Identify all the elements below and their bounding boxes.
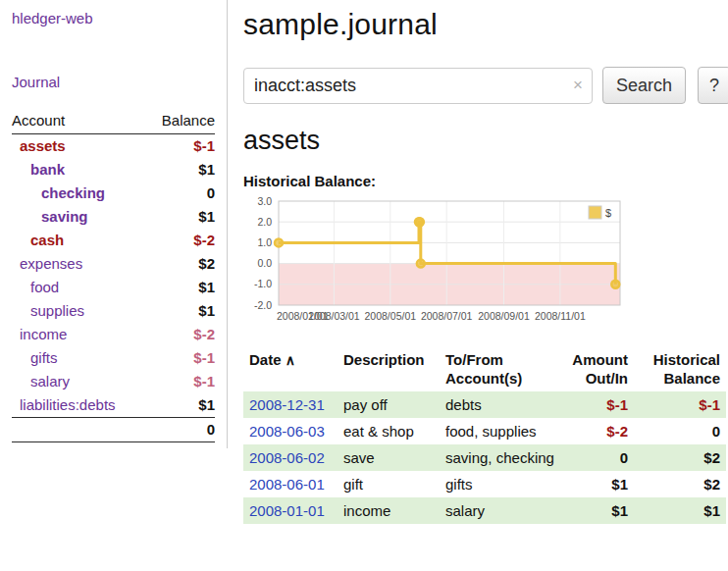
account-row: saving$1	[12, 205, 215, 229]
svg-text:2008/11/01: 2008/11/01	[535, 310, 586, 322]
transaction-balance: $-1	[634, 391, 726, 418]
transaction-amount: $-2	[561, 418, 634, 444]
account-balance: $-2	[146, 229, 215, 252]
transaction-amount: $-1	[561, 391, 634, 418]
accounts-header-row: Account Balance	[12, 110, 215, 134]
svg-text:2008/07/01: 2008/07/01	[421, 310, 473, 322]
svg-text:2.0: 2.0	[257, 216, 272, 228]
help-button[interactable]: ?	[698, 67, 728, 104]
account-balance: 0	[146, 182, 215, 205]
transaction-date-link[interactable]: 2008-06-03	[249, 423, 325, 440]
accounts-total-balance: 0	[146, 418, 215, 442]
transaction-description: pay off	[338, 391, 440, 418]
account-link-salary[interactable]: salary	[12, 373, 70, 389]
accounts-header-balance: Balance	[146, 110, 215, 134]
account-link-bank[interactable]: bank	[12, 161, 65, 178]
account-row: supplies$1	[12, 299, 215, 323]
account-balance: $1	[146, 158, 215, 182]
account-balance: $-1	[146, 370, 215, 393]
account-balance: $-1	[146, 134, 215, 159]
account-row: gifts$-1	[12, 346, 215, 370]
register-row: 2008-12-31pay offdebts$-1$-1	[243, 391, 726, 418]
register-header-amount: Amount Out/In	[561, 348, 634, 391]
account-row: cash$-2	[12, 229, 215, 252]
account-link-expenses[interactable]: expenses	[12, 255, 82, 272]
register-header-date-label: Date	[249, 351, 282, 368]
transaction-balance: $1	[634, 497, 726, 524]
search-bar: × Search ?	[243, 67, 728, 104]
account-balance: $1	[146, 299, 215, 323]
account-row: expenses$2	[12, 252, 215, 276]
app-title-link[interactable]: hledger-web	[12, 10, 215, 26]
sidebar-journal-link[interactable]: Journal	[12, 74, 215, 90]
transaction-description: gift	[338, 471, 440, 497]
register-header-balance: Historical Balance	[634, 348, 726, 391]
account-balance: $-1	[146, 346, 215, 370]
register-row: 2008-06-01giftgifts$1$2	[243, 471, 726, 497]
account-link-liabilities-debts[interactable]: liabilities:debts	[12, 396, 116, 413]
accounts-table: Account Balance assets$-1bank$1checking0…	[12, 110, 215, 442]
transaction-amount: 0	[561, 444, 634, 471]
account-link-checking[interactable]: checking	[12, 184, 105, 201]
register-header-row: Date ∧ Description To/From Account(s) Am…	[243, 348, 726, 391]
account-row: assets$-1	[12, 134, 215, 159]
transaction-accounts: gifts	[440, 471, 561, 497]
svg-text:2008/05/01: 2008/05/01	[365, 310, 417, 322]
account-link-assets[interactable]: assets	[12, 137, 66, 154]
register-row: 2008-06-02savesaving, checking0$2	[243, 444, 726, 471]
account-link-saving[interactable]: saving	[12, 208, 88, 225]
clear-search-icon[interactable]: ×	[573, 76, 583, 95]
account-row: income$-2	[12, 323, 215, 346]
account-row: liabilities:debts$1	[12, 393, 215, 418]
transaction-date-link[interactable]: 2008-06-02	[249, 449, 325, 466]
account-link-cash[interactable]: cash	[12, 232, 64, 248]
transaction-balance: 0	[634, 418, 726, 444]
account-heading: assets	[243, 126, 728, 156]
account-row: checking0	[12, 182, 215, 205]
account-balance: $-2	[146, 323, 215, 346]
register-header-date[interactable]: Date ∧	[243, 348, 338, 391]
accounts-header-account: Account	[12, 110, 146, 134]
search-input[interactable]	[243, 68, 593, 104]
svg-text:$: $	[605, 207, 611, 219]
transaction-accounts: food, supplies	[440, 418, 561, 444]
svg-text:1.0: 1.0	[257, 236, 272, 248]
transaction-amount: $1	[561, 497, 634, 524]
transaction-date-link[interactable]: 2008-01-01	[249, 502, 325, 519]
register-row: 2008-06-03eat & shopfood, supplies$-20	[243, 418, 726, 444]
page-title: sample.journal	[243, 8, 728, 41]
svg-text:2008/03/01: 2008/03/01	[308, 310, 360, 322]
register-table: Date ∧ Description To/From Account(s) Am…	[243, 348, 726, 524]
svg-text:2008/09/01: 2008/09/01	[478, 310, 530, 322]
transaction-amount: $1	[561, 471, 634, 497]
register-row: 2008-01-01incomesalary$1$1	[243, 497, 726, 524]
svg-text:-2.0: -2.0	[254, 299, 272, 311]
search-input-wrap: ×	[243, 68, 593, 104]
account-row: bank$1	[12, 158, 215, 182]
transaction-accounts: saving, checking	[440, 444, 561, 471]
register-header-accounts: To/From Account(s)	[440, 348, 561, 391]
chart-canvas: 3.02.01.00.0-1.0-2.02008/01/012008/03/01…	[243, 195, 628, 331]
account-balance: $1	[146, 393, 215, 418]
account-link-food[interactable]: food	[12, 279, 59, 295]
svg-text:-1.0: -1.0	[254, 278, 272, 289]
main-content: sample.journal × Search ? assets Histori…	[228, 0, 728, 524]
sort-ascending-icon: ∧	[286, 352, 295, 368]
chart-section-label: Historical Balance:	[243, 173, 728, 189]
transaction-accounts: salary	[440, 497, 561, 524]
account-link-income[interactable]: income	[12, 326, 67, 342]
transaction-balance: $2	[634, 471, 726, 497]
transaction-date-link[interactable]: 2008-06-01	[249, 476, 325, 493]
transaction-date-link[interactable]: 2008-12-31	[249, 396, 325, 413]
account-row: food$1	[12, 276, 215, 299]
transaction-balance: $2	[634, 444, 726, 471]
historical-balance-chart: 3.02.01.00.0-1.0-2.02008/01/012008/03/01…	[243, 195, 728, 335]
sidebar: hledger-web Journal Account Balance asse…	[0, 0, 228, 448]
transaction-description: income	[338, 497, 440, 524]
account-balance: $1	[146, 205, 215, 229]
svg-text:3.0: 3.0	[257, 195, 272, 207]
account-balance: $2	[146, 252, 215, 276]
account-link-supplies[interactable]: supplies	[12, 302, 84, 319]
account-link-gifts[interactable]: gifts	[12, 349, 58, 366]
search-button[interactable]: Search	[602, 67, 686, 104]
